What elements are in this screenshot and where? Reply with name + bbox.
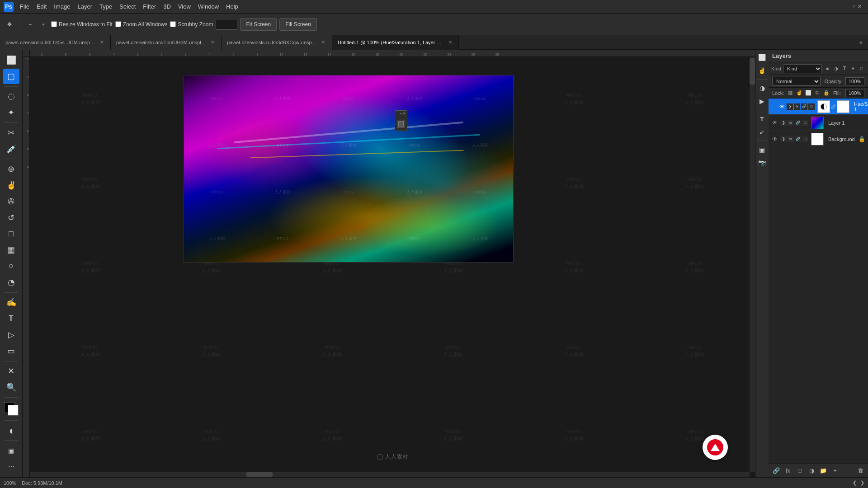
right-tool-camera[interactable]: 📷 bbox=[756, 157, 768, 169]
layer-1-item[interactable]: 👁 ❯ fx 🔗 □ Layer 1 bbox=[769, 115, 868, 131]
layer-hue-saturation[interactable]: 👁 ❯ fx 🔗 □ 🔗 Hue/Saturation 1 bbox=[769, 99, 868, 115]
scrubby-zoom-checkbox[interactable]: Scrubby Zoom bbox=[170, 21, 213, 28]
tab-2-close[interactable]: ✕ bbox=[320, 39, 326, 46]
layer-link-btn[interactable]: 🔗 bbox=[771, 466, 781, 476]
menu-view[interactable]: View bbox=[175, 0, 194, 14]
eyedropper-tool[interactable]: 💉 bbox=[3, 141, 19, 157]
history-tool[interactable]: ↺ bbox=[3, 210, 19, 225]
dodge-tool[interactable]: ◔ bbox=[3, 275, 19, 290]
layer-delete-btn[interactable]: 🗑 bbox=[855, 466, 865, 476]
menu-layer[interactable]: Layer bbox=[74, 0, 96, 14]
fill-input[interactable] bbox=[845, 89, 864, 97]
opacity-input[interactable] bbox=[845, 77, 864, 85]
layer-adj-btn[interactable]: ◑ bbox=[807, 466, 816, 476]
color-swatch[interactable] bbox=[3, 401, 19, 417]
right-tool-3d[interactable]: ▣ bbox=[756, 144, 768, 155]
menu-filter[interactable]: Filter bbox=[139, 0, 160, 14]
zoom-tool[interactable]: 🔍 bbox=[3, 380, 19, 395]
lasso-tool[interactable]: ◌ bbox=[3, 89, 19, 104]
tab-1-close[interactable]: ✕ bbox=[209, 39, 216, 46]
move-tool[interactable]: ⬜ bbox=[3, 52, 19, 68]
move-tool-options[interactable]: ✥ bbox=[4, 17, 15, 32]
menu-file[interactable]: File bbox=[16, 0, 33, 14]
bg-link: 🔗 bbox=[795, 136, 801, 142]
tab-1[interactable]: pawel-czerwinski-arwTpnIUHdM-unsplash.jp… bbox=[111, 35, 222, 50]
fill-label: Fill: bbox=[833, 90, 841, 96]
tab-3-close[interactable]: ✕ bbox=[447, 39, 453, 46]
float-panel-expand[interactable]: » bbox=[400, 112, 402, 116]
status-arrow-left[interactable]: ❮ bbox=[853, 480, 857, 486]
filter-pixel-icon[interactable]: ■ bbox=[824, 65, 831, 72]
bg-layer-visibility[interactable]: 👁 bbox=[771, 136, 778, 143]
logo-badge[interactable] bbox=[703, 435, 728, 460]
right-tool-play[interactable]: ▶ bbox=[756, 95, 768, 107]
canvas-scrollbar-h[interactable] bbox=[30, 472, 750, 477]
eraser-tool[interactable]: □ bbox=[3, 226, 19, 241]
status-arrow-right[interactable]: ❯ bbox=[860, 480, 864, 486]
crop-tool[interactable]: ✂ bbox=[3, 125, 19, 141]
menu-image[interactable]: Image bbox=[50, 0, 74, 14]
layer-1-visibility[interactable]: 👁 bbox=[771, 119, 778, 127]
menu-select[interactable]: Select bbox=[116, 0, 139, 14]
brush-tool[interactable]: ✌ bbox=[3, 178, 19, 193]
pen-tool[interactable]: ✍ bbox=[3, 295, 19, 310]
fit-screen-btn[interactable]: Fit Screen bbox=[240, 18, 277, 31]
right-tool-adjust[interactable]: ◑ bbox=[756, 82, 768, 94]
filter-smart-icon[interactable]: □ bbox=[858, 65, 865, 72]
layer-hue-sat-visibility[interactable]: 👁 bbox=[779, 103, 785, 110]
gradient-tool[interactable]: ▦ bbox=[3, 242, 19, 258]
right-tool-text[interactable]: T bbox=[756, 113, 768, 125]
lock-all-icon[interactable]: 🔒 bbox=[823, 89, 830, 97]
lock-artboard-icon[interactable]: ⧉ bbox=[814, 89, 821, 97]
blend-mode-select[interactable]: Normal Multiply Screen Overlay bbox=[772, 77, 821, 86]
tab-overflow-btn[interactable]: » bbox=[854, 35, 868, 50]
tab-0[interactable]: pawel-czerwinski-60LU05s_JCM-unsplash.jp… bbox=[0, 35, 111, 50]
text-tool[interactable]: T bbox=[3, 311, 19, 326]
layer-mask-btn[interactable]: □ bbox=[795, 466, 805, 476]
layer-fx-btn[interactable]: fx bbox=[783, 466, 793, 476]
quick-select-tool[interactable]: ✦ bbox=[3, 105, 19, 120]
canvas-document[interactable]: RRCG 人人素材 RRCG 人人素材 RRCG 人人素材 RRCG 人人素材 … bbox=[184, 75, 514, 263]
tab-2[interactable]: pawel-czerwinski-ruJm3dBXCqw-unsplash (1… bbox=[222, 35, 332, 50]
resize-windows-checkbox[interactable]: Resize Windows to Fit bbox=[51, 21, 113, 28]
adj-layer-expand-icon: ❯ bbox=[787, 103, 793, 110]
zoom-out-btn[interactable]: − bbox=[25, 17, 35, 32]
path-select-tool[interactable]: ▷ bbox=[3, 327, 19, 343]
right-tool-move[interactable]: ⬜ bbox=[756, 52, 768, 63]
float-panel-close[interactable]: ✕ bbox=[403, 112, 406, 116]
tab-0-close[interactable]: ✕ bbox=[99, 39, 105, 46]
zoom-in-btn[interactable]: + bbox=[38, 17, 48, 32]
lock-image-icon[interactable]: ✌ bbox=[796, 89, 803, 97]
tab-3[interactable]: Untitled-1 @ 100% (Hue/Saturation 1, Lay… bbox=[332, 35, 459, 50]
layer-new-btn[interactable]: + bbox=[830, 466, 840, 476]
menu-type[interactable]: Type bbox=[96, 0, 116, 14]
quick-mask-btn[interactable]: ◖ bbox=[3, 423, 19, 438]
healing-tool[interactable]: ⊕ bbox=[3, 161, 19, 177]
hand-tool[interactable]: ✕ bbox=[3, 363, 19, 379]
background-layer-item[interactable]: 👁 ❯ fx 🔗 □ Background 🔒 bbox=[769, 131, 868, 147]
background-color[interactable] bbox=[8, 405, 19, 416]
screen-mode-btn[interactable]: ▣ bbox=[3, 443, 19, 458]
menu-edit[interactable]: Edit bbox=[33, 0, 50, 14]
extra-tools-btn[interactable]: ⋯ bbox=[3, 459, 19, 474]
blur-tool[interactable]: ○ bbox=[3, 258, 19, 274]
lock-transparent-icon[interactable]: ▦ bbox=[787, 89, 794, 97]
zoom-all-checkbox[interactable]: Zoom All Windows bbox=[115, 21, 168, 28]
filter-type-icon[interactable]: T bbox=[841, 65, 848, 72]
filter-shape-icon[interactable]: ♥ bbox=[849, 65, 857, 72]
menu-3d[interactable]: 3D bbox=[160, 0, 175, 14]
filter-select[interactable]: Kind Name Effect Mode Attribute bbox=[783, 64, 822, 73]
stamp-tool[interactable]: ✇ bbox=[3, 194, 19, 209]
zoom-input[interactable]: 100% bbox=[216, 19, 237, 30]
filter-adj-icon[interactable]: ◑ bbox=[832, 65, 840, 72]
right-tool-cursor[interactable]: ↙ bbox=[756, 126, 768, 138]
menu-window[interactable]: Window bbox=[194, 0, 222, 14]
menu-help[interactable]: Help bbox=[222, 0, 242, 14]
canvas-scrollbar-v[interactable] bbox=[750, 57, 755, 472]
fill-screen-btn[interactable]: Fill Screen bbox=[279, 18, 317, 31]
shape-tool[interactable]: ▭ bbox=[3, 343, 19, 359]
layer-group-btn[interactable]: 📁 bbox=[818, 466, 828, 476]
right-tool-brush[interactable]: ✌ bbox=[756, 65, 768, 76]
selection-tool[interactable]: ▢ bbox=[3, 69, 19, 84]
lock-position-icon[interactable]: ⬜ bbox=[805, 89, 812, 97]
